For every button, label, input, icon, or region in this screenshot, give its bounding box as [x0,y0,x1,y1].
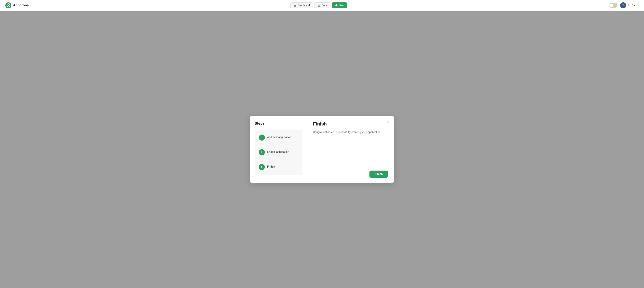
svg-rect-7 [295,5,296,6]
appcrons-logo-icon [5,2,12,8]
step-line-2 [262,155,262,164]
toggle-knob [609,3,613,7]
chevron-down-icon: ▾ [638,4,639,6]
step-item-2: 2 Enable application [259,149,298,164]
finish-panel: Finish Congratulations on successfully c… [307,116,394,183]
dashboard-button[interactable]: Dashboard [290,2,313,8]
step-circle-1: 1 [259,135,265,141]
close-button[interactable]: ✕ [386,119,391,124]
navbar: Appcrons Dashboard Docs [0,0,644,11]
main-content: ✕ Steps 1 Ad [0,11,644,288]
new-label: New [339,4,344,7]
avatar: T [620,2,626,8]
step-circle-2: 2 [259,149,265,155]
nav-right: 🌙 T Tib Dan ▾ [609,2,639,8]
dashboard-label: Dashboard [298,4,310,7]
step-connector-2: 2 [259,149,265,164]
step-line-1 [262,141,262,149]
finish-description: Congratulations on successfully creating… [313,130,388,134]
dashboard-icon [294,4,296,7]
svg-rect-6 [294,5,295,6]
steps-title: Steps [254,121,302,126]
finish-title: Finish [313,121,388,127]
user-name: Tib Dan [628,4,636,7]
theme-toggle[interactable]: 🌙 [609,3,618,8]
step-item-3: 3 Finish [259,164,298,170]
step-circle-3: 3 [259,164,265,170]
steps-list: 1 Add new application 2 [259,135,298,170]
step-connector-1: 1 [259,135,265,149]
modal-dialog: ✕ Steps 1 Ad [250,116,394,183]
step-connector-3: 3 [259,164,265,170]
finish-actions: Finish [313,171,388,178]
docs-button[interactable]: Docs [314,2,330,8]
docs-icon [318,4,320,7]
user-menu[interactable]: T Tib Dan ▾ [620,2,639,8]
brand-name: Appcrons [13,3,29,7]
finish-content: Finish Congratulations on successfully c… [313,121,388,134]
svg-rect-5 [295,4,296,5]
nav-center: Dashboard Docs New [290,2,347,8]
svg-rect-4 [294,4,295,5]
step-label-1: Add new application [267,135,291,139]
modal-body: Steps 1 Add new application [250,116,394,183]
svg-point-2 [8,5,9,6]
step-label-3: Finish [267,164,275,168]
step-label-2: Enable application [267,149,289,153]
steps-list-container: 1 Add new application 2 [254,130,302,175]
steps-panel: Steps 1 Add new application [250,116,307,183]
finish-button[interactable]: Finish [370,171,388,178]
plus-icon [335,4,338,7]
step-item-1: 1 Add new application [259,135,298,149]
brand-area: Appcrons [5,2,29,8]
moon-icon: 🌙 [614,4,617,7]
docs-label: Docs [322,4,327,7]
new-button[interactable]: New [332,2,347,8]
